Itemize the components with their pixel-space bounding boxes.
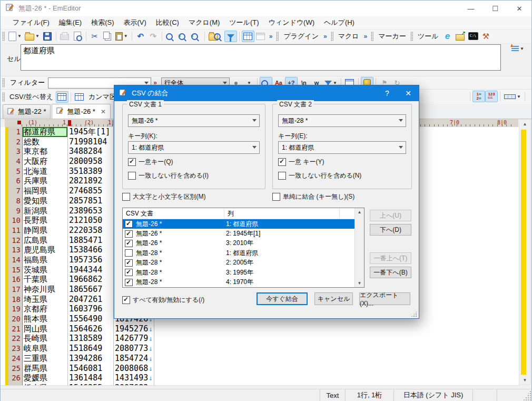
- plugins-overflow-chevron[interactable]: »: [321, 33, 329, 40]
- include-unmatched1-checkbox[interactable]: 一致しない行を含める(I): [128, 171, 209, 180]
- merge-list-row[interactable]: 無題-28 *1: 都道府県: [123, 248, 364, 258]
- cell-col1[interactable]: 新潟県: [23, 206, 68, 216]
- simple-merge-checkbox[interactable]: 単純に結合 (キー無し)(S): [272, 192, 354, 201]
- close-icon[interactable]: ✕: [507, 1, 531, 16]
- menu-item[interactable]: 表示(V): [119, 16, 151, 29]
- merge-list-row[interactable]: 無題-26 *1: 都道府県: [123, 219, 364, 229]
- cell-col2[interactable]: 1957356: [68, 255, 114, 265]
- cell-col3[interactable]: 2008068↓: [114, 364, 154, 374]
- cell-col2[interactable]: 2821892: [68, 176, 114, 186]
- row-checkbox[interactable]: [125, 279, 133, 286]
- cell-col2[interactable]: 1518649: [68, 344, 114, 354]
- doc1-select[interactable]: 無題-26 *: [128, 114, 260, 127]
- minimize-icon[interactable]: —: [459, 1, 483, 16]
- cell-col1[interactable]: 京都府: [23, 304, 68, 314]
- cell-col2[interactable]: 1538466: [68, 245, 114, 255]
- new-file-button[interactable]: ▼: [7, 31, 23, 42]
- tools-toolbar-grip[interactable]: [410, 32, 413, 41]
- print-preview-button[interactable]: [71, 31, 84, 42]
- cell-col1[interactable]: 長野県: [23, 216, 68, 226]
- menu-item[interactable]: ヘルプ(H): [319, 16, 359, 29]
- row-checkbox[interactable]: [125, 269, 133, 276]
- filter-dropdown-arrow-icon[interactable]: [144, 82, 149, 84]
- menu-item[interactable]: マクロ(M): [184, 16, 224, 29]
- cell-col1[interactable]: 三重県: [23, 354, 68, 364]
- cell-col1[interactable]: 茨城県: [23, 265, 68, 275]
- cell-col1[interactable]: 静岡県: [23, 226, 68, 236]
- menu-item[interactable]: ファイル(F): [8, 16, 54, 29]
- find-button[interactable]: [164, 31, 177, 42]
- toolbar-overflow-chevron[interactable]: »: [267, 33, 275, 40]
- move-up-button[interactable]: 上へ(U): [370, 210, 411, 221]
- merge-list-row[interactable]: 無題-28 *5: 1920年: [123, 287, 364, 288]
- cell-col1[interactable]: 岐阜県: [23, 344, 68, 354]
- find-next-button[interactable]: »: [177, 31, 190, 42]
- cell-col1[interactable]: 兵庫県: [23, 176, 68, 186]
- cell-col2[interactable]: 2746855: [68, 186, 114, 196]
- menu-item[interactable]: 比較(C): [151, 16, 184, 29]
- toggle-all-checkbox[interactable]: すべて有効/無効にする(/): [122, 296, 204, 305]
- menu-item[interactable]: ツール(T): [224, 16, 263, 29]
- move-down-button[interactable]: 下へ(D): [370, 224, 411, 236]
- move-bottom-button[interactable]: 一番下へ(B): [370, 267, 411, 278]
- marker-toolbar-grip[interactable]: [371, 32, 373, 41]
- csv-sort-button[interactable]: [56, 91, 68, 103]
- cell-col2[interactable]: 1885471: [68, 236, 114, 246]
- browser-button[interactable]: e: [441, 31, 454, 42]
- key-column1-select[interactable]: 1: 都道府県: [128, 141, 260, 154]
- dialog-close-icon[interactable]: ✕: [398, 85, 419, 101]
- unique-key1-checkbox[interactable]: 一意キー(Q): [128, 158, 173, 167]
- cell-col2[interactable]: 3518389: [68, 167, 114, 177]
- cell-col3[interactable]: 1431493↓: [114, 373, 154, 383]
- cell-col3[interactable]: 1854724↓: [114, 354, 154, 364]
- command-prompt-button[interactable]: C:\: [467, 31, 480, 42]
- doc2-select[interactable]: 無題-28 *: [278, 114, 406, 127]
- cell-col2[interactable]: 1394286: [68, 354, 114, 364]
- row-checkbox[interactable]: [125, 259, 133, 267]
- cell-col2[interactable]: 2389653: [68, 206, 114, 216]
- cell-col1[interactable]: 大阪府: [23, 157, 68, 167]
- undo-button[interactable]: ↶: [134, 31, 147, 42]
- split-pane-button[interactable]: [254, 31, 267, 42]
- tab-close-icon[interactable]: ✕: [101, 108, 106, 115]
- cell-col2[interactable]: 1865667: [68, 285, 114, 295]
- help-icon[interactable]: ?: [377, 85, 398, 101]
- cell-col1[interactable]: 愛媛県: [23, 373, 68, 383]
- print-button[interactable]: [58, 31, 71, 42]
- paste-button[interactable]: ▼: [114, 31, 130, 42]
- menu-item[interactable]: ウィンドウ(W): [264, 16, 319, 29]
- scroll-down-icon[interactable]: ▼: [519, 376, 530, 385]
- merge-list-row[interactable]: 無題-28 *2: 2005年: [123, 258, 364, 268]
- resize-grip[interactable]: [523, 389, 531, 401]
- filter-toolbar-grip[interactable]: [2, 78, 5, 87]
- cell-col2[interactable]: 2857851: [68, 196, 114, 206]
- export-folder-button[interactable]: [454, 31, 467, 42]
- cell-col2[interactable]: 1318589: [68, 334, 114, 344]
- tab-untitled-22[interactable]: 無題-22 *: [3, 104, 51, 119]
- cell-col2[interactable]: 71998104: [68, 137, 114, 147]
- cell-col1[interactable]: 埼玉県: [23, 295, 68, 305]
- list-scroll-up-icon[interactable]: ▲: [355, 208, 364, 216]
- cell-col1[interactable]: 福島県: [23, 255, 68, 265]
- save-button[interactable]: [41, 31, 54, 42]
- merge-list-row[interactable]: 無題-28 *3: 1995年: [123, 268, 364, 277]
- cell-col1[interactable]: 千葉県: [23, 275, 68, 285]
- redo-button[interactable]: ↷: [147, 31, 160, 42]
- comma-separated-button[interactable]: [73, 91, 86, 103]
- heading-row-button[interactable]: ▼: [503, 91, 523, 102]
- row-checkbox[interactable]: [125, 220, 133, 228]
- dialog-resize-grip[interactable]: [411, 311, 417, 317]
- cell-col1[interactable]: 愛知県: [23, 196, 68, 206]
- cell-col2[interactable]: 1945年[1]: [68, 127, 114, 137]
- cell-col3[interactable]: 1945276↓: [114, 324, 154, 334]
- find-previous-button[interactable]: «: [190, 31, 202, 42]
- menu-item[interactable]: 検索(S): [86, 16, 119, 29]
- macro-overflow-chevron[interactable]: »: [362, 33, 370, 40]
- cell-col2[interactable]: 2047261: [68, 295, 114, 305]
- scroll-up-icon[interactable]: ▲: [519, 120, 530, 129]
- include-unmatched2-checkbox[interactable]: 一致しない行を含める(N): [278, 171, 361, 180]
- vertical-scrollbar[interactable]: ▲ ▼: [519, 119, 531, 385]
- cell-col3[interactable]: 1426779↓: [114, 334, 154, 344]
- cell-col2[interactable]: 1361484: [68, 373, 114, 383]
- merge-list-row[interactable]: 無題-28 *4: 1970年: [123, 277, 364, 287]
